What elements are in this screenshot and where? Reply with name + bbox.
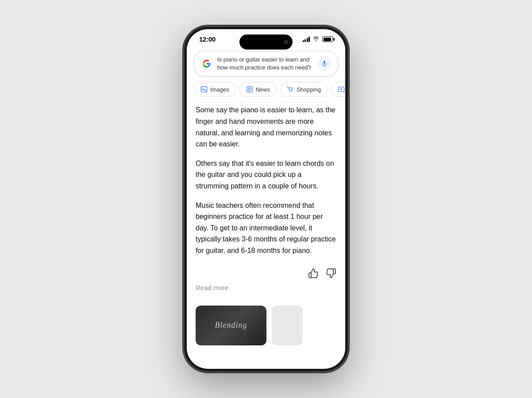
card-thumb-image-1: Blending xyxy=(196,306,266,345)
card-strip: Blending xyxy=(187,298,345,352)
search-bar[interactable]: Is piano or guitar easier to learn and h… xyxy=(194,51,338,77)
ai-answer-section: Some say the piano is easier to learn, a… xyxy=(187,103,345,298)
svg-point-10 xyxy=(291,91,292,92)
signal-bars-icon xyxy=(303,37,310,42)
status-icons xyxy=(303,36,333,42)
tab-news[interactable]: News xyxy=(239,82,277,97)
phone-screen: 12:00 xyxy=(187,29,345,369)
thumbs-up-icon xyxy=(308,268,319,279)
answer-actions xyxy=(196,264,336,282)
answer-paragraph-3: Music teachers often recommend that begi… xyxy=(196,200,336,256)
answer-paragraph-1: Some say the piano is easier to learn, a… xyxy=(196,104,336,149)
tab-images-label: Images xyxy=(210,86,229,93)
svg-point-4 xyxy=(203,88,204,89)
battery-icon xyxy=(322,36,333,42)
google-logo xyxy=(200,57,213,70)
answer-paragraph-2: Others say that it's easier to learn cho… xyxy=(196,158,336,192)
news-icon xyxy=(246,86,253,93)
camera-dot xyxy=(284,40,288,44)
status-bar: 12:00 xyxy=(187,29,345,46)
svg-marker-12 xyxy=(341,88,343,91)
status-time: 12:00 xyxy=(199,35,216,43)
scroll-content[interactable]: Is piano or guitar easier to learn and h… xyxy=(187,46,345,362)
thumbs-up-button[interactable] xyxy=(308,268,319,279)
tab-videos[interactable]: Vide xyxy=(331,82,345,97)
wifi-icon xyxy=(312,36,320,42)
search-query-text: Is piano or guitar easier to learn and h… xyxy=(217,56,313,72)
phone-shell: 12:00 xyxy=(184,27,348,371)
card-thumbnail-2[interactable] xyxy=(272,306,303,345)
tab-shopping-label: Shopping xyxy=(297,86,321,93)
tab-images[interactable]: Images xyxy=(194,82,236,97)
svg-point-9 xyxy=(289,91,290,92)
scene: 12:00 xyxy=(0,0,532,398)
read-more-link[interactable]: Read more xyxy=(196,284,336,291)
images-icon xyxy=(200,86,208,93)
battery-fill xyxy=(324,38,331,41)
mic-button[interactable] xyxy=(317,57,332,71)
filter-tabs: Images News xyxy=(187,82,345,102)
card-thumb-text-1: Blending xyxy=(215,321,247,330)
card-thumbnail-1[interactable]: Blending xyxy=(196,306,266,345)
tab-news-label: News xyxy=(256,86,270,93)
mic-icon xyxy=(321,60,328,67)
videos-icon xyxy=(338,86,345,93)
dynamic-island xyxy=(239,34,293,50)
svg-rect-1 xyxy=(324,61,325,64)
shopping-icon xyxy=(287,86,294,93)
thumbs-down-icon xyxy=(326,268,336,279)
tab-shopping[interactable]: Shopping xyxy=(280,82,328,97)
thumbs-down-button[interactable] xyxy=(326,268,336,279)
